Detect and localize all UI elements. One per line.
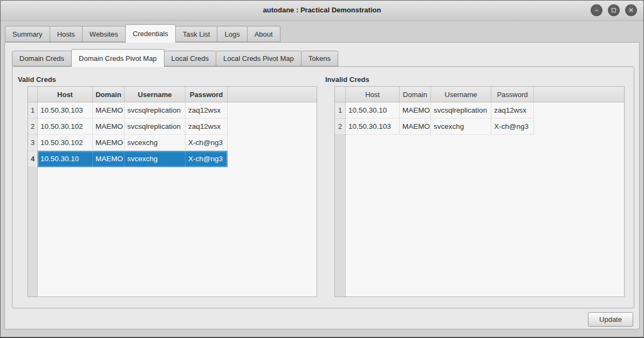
- column-header-filler: [228, 87, 317, 102]
- credentials-page: Domain CredsDomain Creds Pivot MapLocal …: [4, 42, 640, 329]
- row-number-gutter: [335, 135, 346, 296]
- row-number[interactable]: 2: [335, 119, 346, 135]
- cell-domain[interactable]: MAEMO: [400, 102, 431, 119]
- cell-password[interactable]: X-ch@ng3: [491, 119, 534, 135]
- subtab-local-creds-pivot-map[interactable]: Local Creds Pivot Map: [216, 51, 302, 66]
- cell-domain[interactable]: MAEMO: [93, 135, 125, 151]
- tab-label: Task List: [183, 30, 210, 38]
- minimize-icon: −: [594, 7, 598, 13]
- row-number-column-header[interactable]: [28, 87, 38, 102]
- table-row[interactable]: 410.50.30.10MAEMOsvcexchgX-ch@ng3: [28, 151, 317, 167]
- table-row[interactable]: 110.50.30.10MAEMOsvcsqlreplicationzaq12w…: [335, 102, 624, 119]
- column-header-password[interactable]: Password: [491, 87, 534, 102]
- cell-domain[interactable]: MAEMO: [93, 151, 125, 167]
- table-row[interactable]: 210.50.30.102MAEMOsvcsqlreplicationzaq12…: [28, 119, 317, 135]
- credentials-sub-tabstrip: Domain CredsDomain Creds Pivot MapLocal …: [12, 49, 338, 66]
- cell-username[interactable]: svcsqlreplication: [125, 119, 186, 135]
- row-number[interactable]: 3: [28, 135, 38, 151]
- row-number-gutter: [28, 167, 38, 296]
- cell-host[interactable]: 10.50.30.102: [38, 119, 93, 135]
- tab-label: Hosts: [57, 30, 75, 38]
- subtab-local-creds[interactable]: Local Creds: [164, 51, 216, 66]
- minimize-button[interactable]: −: [591, 4, 602, 16]
- cell-username[interactable]: svcexchg: [125, 135, 186, 151]
- valid-creds-table: HostDomainUsernamePassword110.50.30.103M…: [28, 86, 317, 297]
- tab-label: Websites: [90, 30, 118, 38]
- invalid-creds-table: HostDomainUsernamePassword110.50.30.10MA…: [334, 86, 625, 297]
- cell-domain[interactable]: MAEMO: [400, 119, 431, 135]
- cell-domain[interactable]: MAEMO: [93, 102, 125, 119]
- tab-label: Local Creds Pivot Map: [223, 54, 294, 63]
- cell-username[interactable]: svcsqlreplication: [431, 102, 491, 119]
- tab-summary[interactable]: Summary: [5, 26, 50, 42]
- tab-logs[interactable]: Logs: [217, 26, 247, 42]
- row-number[interactable]: 4: [28, 151, 38, 167]
- cell-host[interactable]: 10.50.30.10: [38, 151, 93, 167]
- window-title: autodane : Practical Demonstration: [1, 6, 643, 14]
- column-header-host[interactable]: Host: [38, 87, 93, 102]
- cell-host[interactable]: 10.50.30.10: [346, 102, 400, 119]
- row-number[interactable]: 1: [335, 102, 346, 119]
- row-number[interactable]: 2: [28, 119, 38, 135]
- tab-credentials[interactable]: Credentials: [125, 24, 176, 43]
- cell-password[interactable]: zaq12wsx: [186, 119, 228, 135]
- tab-about[interactable]: About: [247, 26, 280, 42]
- row-number-column-header[interactable]: [335, 87, 346, 102]
- update-button[interactable]: Update: [588, 312, 633, 327]
- tab-label: Domain Creds: [19, 54, 64, 63]
- close-icon: ✕: [628, 7, 634, 13]
- cell-username[interactable]: svcsqlreplication: [125, 102, 186, 119]
- table-row[interactable]: 110.50.30.103MAEMOsvcsqlreplicationzaq12…: [28, 102, 317, 119]
- tab-label: About: [255, 30, 273, 38]
- cell-host[interactable]: 10.50.30.103: [346, 119, 400, 135]
- tab-label: Credentials: [133, 30, 168, 38]
- tab-hosts[interactable]: Hosts: [50, 26, 83, 42]
- cell-password[interactable]: zaq12wsx: [186, 102, 228, 119]
- column-header-password[interactable]: Password: [186, 87, 228, 102]
- table-row[interactable]: 210.50.30.103MAEMOsvcexchgX-ch@ng3: [335, 119, 624, 135]
- column-header-domain[interactable]: Domain: [400, 87, 431, 102]
- titlebar[interactable]: autodane : Practical Demonstration −✕: [1, 1, 643, 21]
- subtab-domain-creds-pivot-map[interactable]: Domain Creds Pivot Map: [71, 49, 165, 67]
- tab-label: Domain Creds Pivot Map: [79, 54, 157, 63]
- app-window: autodane : Practical Demonstration −✕ Su…: [0, 0, 644, 338]
- invalid-creds-label: Invalid Creds: [325, 75, 369, 84]
- cell-password[interactable]: X-ch@ng3: [186, 135, 228, 151]
- column-header-username[interactable]: Username: [431, 87, 491, 102]
- window-controls: −✕: [591, 4, 637, 16]
- column-header-username[interactable]: Username: [125, 87, 186, 102]
- tab-label: Logs: [224, 30, 239, 38]
- cell-domain[interactable]: MAEMO: [93, 119, 125, 135]
- maximize-button[interactable]: [608, 4, 620, 16]
- subtab-tokens[interactable]: Tokens: [301, 51, 338, 66]
- cell-host[interactable]: 10.50.30.102: [38, 135, 93, 151]
- cell-username[interactable]: svcexchg: [125, 151, 186, 167]
- cell-host[interactable]: 10.50.30.103: [38, 102, 93, 119]
- column-header-domain[interactable]: Domain: [93, 87, 125, 102]
- column-header-filler: [534, 87, 624, 102]
- tab-label: Local Creds: [172, 54, 209, 63]
- cell-username[interactable]: svcexchg: [431, 119, 491, 135]
- tab-label: Summary: [12, 30, 43, 38]
- subtab-domain-creds[interactable]: Domain Creds: [12, 51, 72, 66]
- tab-task-list[interactable]: Task List: [175, 26, 218, 42]
- cell-password[interactable]: zaq12wsx: [491, 102, 534, 119]
- table-row[interactable]: 310.50.30.102MAEMOsvcexchgX-ch@ng3: [28, 135, 317, 151]
- maximize-icon: [612, 8, 616, 12]
- cell-password[interactable]: X-ch@ng3: [186, 151, 228, 167]
- tab-label: Tokens: [309, 54, 331, 63]
- column-header-host[interactable]: Host: [346, 87, 400, 102]
- row-number[interactable]: 1: [28, 102, 38, 119]
- valid-creds-label: Valid Creds: [18, 75, 56, 84]
- close-button[interactable]: ✕: [625, 4, 637, 16]
- main-tabstrip: SummaryHostsWebsitesCredentialsTask List…: [5, 24, 280, 42]
- pivot-map-panel: Valid Creds Invalid Creds HostDomainUser…: [12, 66, 634, 308]
- tab-websites[interactable]: Websites: [82, 26, 126, 42]
